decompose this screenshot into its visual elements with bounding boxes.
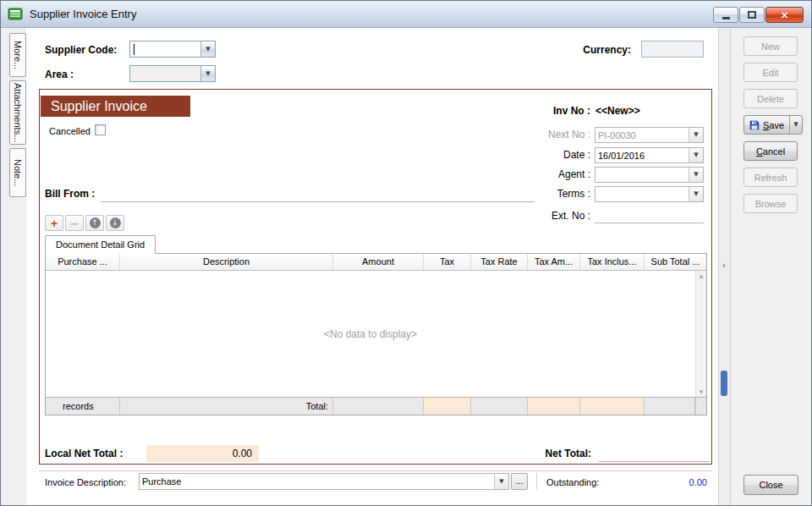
browse-button[interactable]: Browse — [743, 194, 798, 213]
column-header-tax-amount[interactable]: Tax Am... — [528, 254, 580, 270]
terms-dropdown-button[interactable]: ▼ — [689, 187, 703, 201]
sidebar-tab-more-label: More... — [13, 41, 23, 69]
column-header-sub-total[interactable]: Sub Total ... — [645, 254, 706, 270]
inv-no-label: Inv No : — [540, 105, 590, 118]
new-button-label: New — [761, 41, 780, 52]
supplier-code-dropdown-button[interactable]: ▼ — [200, 41, 215, 57]
agent-dropdown-button[interactable]: ▼ — [689, 168, 703, 182]
add-row-button[interactable]: + — [45, 215, 63, 231]
edit-button-label: Edit — [763, 68, 779, 78]
invoice-description-combobox: Purchase ▼ — [139, 473, 509, 490]
chevron-down-icon: ▼ — [793, 122, 798, 128]
supplier-invoice-entry-window: Supplier Invoice Entry × More... Attachm… — [0, 0, 812, 506]
save-button[interactable]: Save ▼ — [743, 115, 803, 135]
records-count-label: records — [46, 398, 120, 415]
new-button[interactable]: New — [743, 36, 798, 56]
net-total-field-underline — [599, 461, 710, 462]
sidebar-tab-attachments[interactable]: Attachments... — [9, 80, 26, 145]
column-header-tax-inclusive[interactable]: Tax Inclus... — [580, 254, 645, 270]
invoice-panel-title: Supplier Invoice — [41, 96, 190, 117]
minus-icon: − — [69, 217, 80, 229]
minimize-button[interactable] — [713, 7, 738, 23]
edit-button[interactable]: Edit — [743, 63, 798, 82]
column-header-description[interactable]: Description — [120, 254, 333, 270]
move-row-down-button[interactable]: ↓ — [106, 215, 124, 231]
agent-combobox: ▼ — [595, 167, 704, 183]
footer-tax-amount-cell — [528, 398, 580, 415]
outstanding-label: Outstanding: — [546, 476, 599, 489]
scroll-down-icon: ▼ — [700, 389, 704, 394]
invoice-description-dropdown-button[interactable]: ▼ — [494, 474, 508, 489]
column-header-tax-rate[interactable]: Tax Rate — [471, 254, 528, 270]
footer-tax-rate-cell — [471, 398, 528, 415]
maximize-button[interactable] — [739, 7, 765, 23]
chevron-down-icon: ▼ — [694, 191, 698, 197]
area-dropdown-button[interactable]: ▼ — [200, 66, 215, 81]
agent-input[interactable] — [595, 168, 689, 182]
refresh-button[interactable]: Refresh — [743, 168, 798, 187]
scrollbar-thumb[interactable] — [721, 371, 727, 396]
sidebar-tab-more[interactable]: More... — [9, 33, 26, 77]
supplier-code-combobox: ▼ — [129, 41, 216, 58]
invoice-description-input[interactable]: Purchase — [140, 474, 494, 489]
grid-vertical-scrollbar[interactable]: ▲ ▼ — [695, 271, 706, 397]
date-input[interactable]: 16/01/2016 — [595, 148, 689, 162]
area-combobox: ▼ — [129, 65, 216, 82]
next-no-label: Next No : — [540, 129, 590, 141]
close-button[interactable]: Close — [743, 475, 798, 495]
arrow-down-circle-icon: ↓ — [110, 217, 121, 228]
cancel-button-label: Cancel — [756, 146, 785, 157]
refresh-button-label: Refresh — [754, 173, 787, 183]
date-combobox: 16/01/2016 ▼ — [595, 147, 704, 163]
move-row-up-button[interactable]: ↑ — [85, 215, 104, 231]
grid-empty-text: <No data to display> — [46, 328, 695, 340]
column-header-amount[interactable]: Amount — [333, 254, 424, 270]
grid-footer-row: records Total: — [46, 397, 706, 415]
tab-document-detail-grid[interactable]: Document Detail Grid — [45, 235, 156, 254]
cancelled-checkbox[interactable] — [95, 124, 106, 135]
remove-row-button[interactable]: − — [65, 215, 84, 231]
app-icon — [8, 7, 24, 21]
bottom-bar-separator — [39, 470, 712, 471]
column-header-tax[interactable]: Tax — [424, 254, 471, 270]
supplier-code-input[interactable] — [130, 41, 200, 57]
minimize-icon — [722, 17, 730, 19]
area-input[interactable] — [130, 66, 200, 81]
footer-sub-total-cell — [645, 398, 695, 415]
window-controls: × — [713, 7, 804, 23]
next-no-input[interactable]: PI-00030 — [595, 128, 689, 142]
plus-icon: + — [51, 217, 58, 229]
area-label: Area : — [45, 69, 74, 81]
outstanding-value: 0.00 — [608, 476, 707, 489]
column-header-purchase[interactable]: Purchase ... — [46, 254, 120, 270]
ext-no-label: Ext. No : — [540, 210, 590, 223]
bottom-bar-divider — [536, 473, 537, 490]
save-dropdown-button[interactable]: ▼ — [789, 116, 802, 134]
invoice-description-label: Invoice Description: — [45, 476, 126, 489]
chevron-down-icon: ▼ — [206, 47, 210, 52]
sidebar-tab-note[interactable]: Note... — [9, 148, 26, 197]
invoice-description-browse-button[interactable]: ... — [511, 473, 528, 490]
delete-button[interactable]: Delete — [743, 89, 798, 108]
inv-no-value: <<New>> — [595, 105, 640, 118]
cancel-button[interactable]: Cancel — [743, 141, 798, 161]
delete-button-label: Delete — [757, 94, 784, 104]
next-no-dropdown-button[interactable]: ▼ — [689, 128, 703, 142]
close-window-button[interactable]: × — [765, 7, 804, 23]
terms-input[interactable] — [595, 187, 689, 201]
chevron-down-icon: ▼ — [694, 172, 698, 178]
chevron-right-icon[interactable]: › — [718, 257, 730, 272]
grid-header-row: Purchase ... Description Amount Tax Tax … — [46, 254, 706, 271]
cancelled-label: Cancelled — [49, 125, 91, 138]
titlebar[interactable]: Supplier Invoice Entry × — [1, 1, 811, 28]
currency-field — [641, 41, 704, 58]
maximize-icon — [748, 11, 756, 19]
close-icon: × — [780, 10, 788, 20]
footer-amount-cell — [333, 398, 424, 415]
text-caret — [134, 44, 134, 55]
sidebar-tab-note-label: Note... — [13, 159, 23, 186]
date-dropdown-button[interactable]: ▼ — [689, 148, 703, 162]
grid-body[interactable]: <No data to display> ▲ ▼ — [46, 271, 706, 397]
terms-label: Terms : — [540, 188, 590, 201]
local-net-total-field: 0.00 — [146, 445, 259, 462]
